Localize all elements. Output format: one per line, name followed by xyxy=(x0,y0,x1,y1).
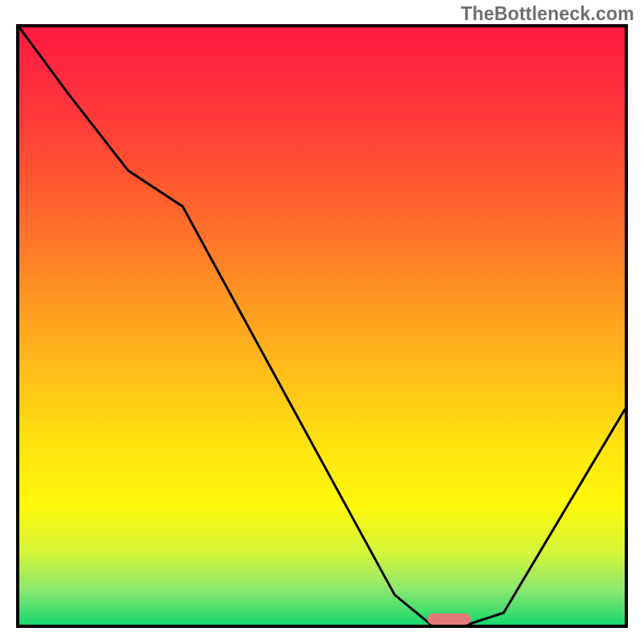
plot-area xyxy=(16,24,628,628)
line-curve xyxy=(19,27,625,625)
chart-container: TheBottleneck.com xyxy=(0,0,644,644)
min-marker xyxy=(427,613,471,625)
curve-path xyxy=(19,27,625,625)
watermark-text: TheBottleneck.com xyxy=(460,3,634,25)
